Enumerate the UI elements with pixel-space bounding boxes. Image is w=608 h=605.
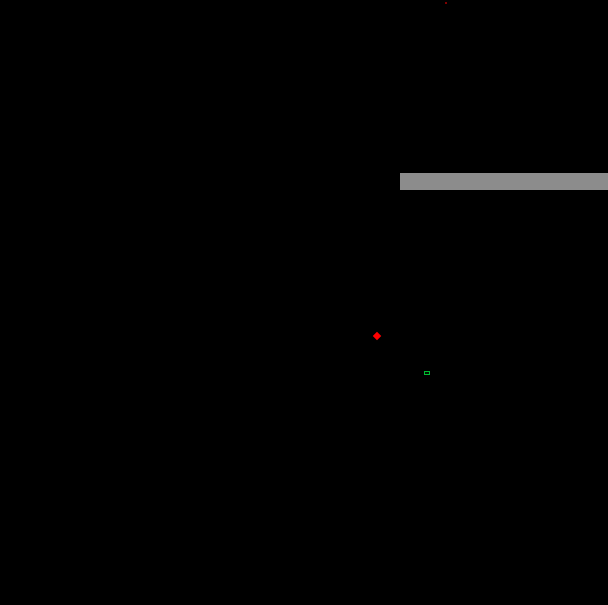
fall-signal-label: [424, 371, 430, 375]
resistance-band: [400, 173, 608, 190]
short-top-signal-label: [445, 2, 447, 4]
moving-average-lines: [0, 0, 608, 605]
stock-chart-window: [0, 0, 608, 605]
